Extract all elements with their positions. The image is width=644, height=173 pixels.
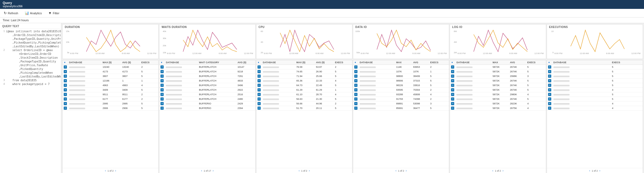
table-filter-icon[interactable]: ▼ <box>257 61 260 64</box>
row-icon-cell[interactable]: ≡ <box>159 79 165 83</box>
table-filter-icon[interactable]: ▼ <box>354 61 356 64</box>
row-icon-cell[interactable]: ≡ <box>256 92 262 97</box>
row-icon-cell[interactable]: ≡ <box>256 79 262 83</box>
row-icon-cell[interactable]: ≡ <box>159 92 165 97</box>
row-icon-cell[interactable]: ≡ <box>353 106 359 111</box>
row-icon-cell[interactable]: ≡ <box>159 69 165 74</box>
row-icon-cell[interactable]: ≡ <box>547 88 552 92</box>
analytics-button[interactable]: 📊 Analytics <box>24 10 43 16</box>
row-icon-cell[interactable]: ≡ <box>450 97 455 101</box>
row-icon-cell[interactable]: ≡ <box>63 101 68 106</box>
row-icon-cell[interactable]: ≡ <box>450 83 455 88</box>
row-icon-cell[interactable]: ≡ <box>63 83 68 88</box>
row-icon-cell[interactable]: ≡ <box>63 65 68 69</box>
next-page-button[interactable]: › <box>115 169 116 172</box>
row-icon-cell[interactable]: ≡ <box>159 88 165 92</box>
filter-button[interactable]: ▼ Filter <box>47 10 60 16</box>
row-icon-cell[interactable]: ≡ <box>547 65 552 69</box>
prev-page-button[interactable]: ‹ <box>492 169 493 172</box>
row-icon-cell[interactable]: ≡ <box>256 69 262 74</box>
row-icon-cell[interactable]: ≡ <box>353 69 359 74</box>
table-filter-icon[interactable]: ▼ <box>160 61 163 64</box>
analytics-label: Analytics <box>30 12 42 15</box>
row-icon-cell[interactable]: ≡ <box>63 97 68 101</box>
row-icon-cell[interactable]: ≡ <box>256 65 262 69</box>
row-icon-cell[interactable]: ≡ <box>450 69 455 74</box>
row-icon-cell[interactable]: ≡ <box>547 92 552 97</box>
category-cell: BUFFERLATCH <box>198 65 237 69</box>
row-icon-cell[interactable]: ≡ <box>450 88 455 92</box>
row-icon-cell[interactable]: ≡ <box>547 69 552 74</box>
row-icon-cell[interactable]: ≡ <box>159 106 165 111</box>
table-filter-icon[interactable]: ▼ <box>64 61 66 64</box>
row-icon-cell[interactable]: ≡ <box>547 101 552 106</box>
row-icon-cell[interactable]: ≡ <box>256 83 262 88</box>
avg-cell: 26.90 <box>315 69 334 74</box>
prev-page-button[interactable]: ‹ <box>396 169 396 172</box>
row-icon-cell[interactable]: ≡ <box>159 74 165 79</box>
row-icon-cell[interactable]: ≡ <box>547 83 552 88</box>
line-code: ,LastEditedBy,LastEditedWhen <box>6 75 61 79</box>
next-page-button[interactable]: › <box>213 169 213 172</box>
refresh-button[interactable]: ↻ Refresh <box>3 10 19 16</box>
avg-cell: 2922 <box>237 88 255 92</box>
row-icon-cell[interactable]: ≡ <box>63 69 68 74</box>
row-icon-cell[interactable]: ≡ <box>63 79 68 83</box>
table-row: ≡65.3622.334 <box>256 79 352 83</box>
row-icon-cell[interactable]: ≡ <box>353 83 359 88</box>
table-row: ≡5872K2980K4 <box>450 92 546 97</box>
row-icon-cell[interactable]: ≡ <box>450 101 455 106</box>
row-icon-cell[interactable]: ≡ <box>256 88 262 92</box>
x-label: 12:00 PM <box>438 52 447 55</box>
row-icon-cell[interactable]: ≡ <box>547 97 552 101</box>
row-icon-cell[interactable]: ≡ <box>159 97 165 101</box>
row-icon-cell[interactable]: ≡ <box>450 65 455 69</box>
x-axis: 8:00 PM12:00 AM6:00 AM12:00 PM <box>167 52 253 55</box>
row-icon-cell[interactable]: ≡ <box>547 79 552 83</box>
row-icon-cell[interactable]: ≡ <box>450 74 455 79</box>
row-icon-cell[interactable]: ≡ <box>547 74 552 79</box>
row-icon-cell[interactable]: ≡ <box>63 92 68 97</box>
prev-page-button[interactable]: ‹ <box>299 169 299 172</box>
query-line: ,PickedQuantity,PickingCompletedWhen <box>1 41 60 45</box>
row-icon-cell[interactable]: ≡ <box>159 101 165 106</box>
table-filter-icon[interactable]: ▼ <box>451 61 453 64</box>
row-icon-cell[interactable]: ≡ <box>159 83 165 88</box>
max-cell: 5872K <box>492 69 509 74</box>
row-icon-cell[interactable]: ≡ <box>63 88 68 92</box>
row-icon-cell[interactable]: ≡ <box>353 74 359 79</box>
db-cell <box>68 92 102 97</box>
row-icon-cell[interactable]: ≡ <box>353 79 359 83</box>
row-icon-cell[interactable]: ≡ <box>159 65 165 69</box>
prev-page-button[interactable]: ‹ <box>105 169 106 172</box>
row-icon-cell[interactable]: ≡ <box>353 65 359 69</box>
row-icon-cell[interactable]: ≡ <box>353 101 359 106</box>
next-page-button[interactable]: › <box>406 169 406 172</box>
row-icon-cell[interactable]: ≡ <box>256 97 262 101</box>
bar-background <box>553 98 570 100</box>
table-filter-icon[interactable]: ▼ <box>548 61 550 64</box>
row-icon-cell[interactable]: ≡ <box>353 88 359 92</box>
row-icon-cell[interactable]: ≡ <box>353 97 359 101</box>
row-icon-cell[interactable]: ≡ <box>256 74 262 79</box>
row-icon-cell[interactable]: ≡ <box>256 101 262 106</box>
x-label: 12:00 PM <box>534 52 543 55</box>
row-icon-cell[interactable]: ≡ <box>353 92 359 97</box>
x-label: 12:00 AM <box>580 52 589 55</box>
prev-page-button[interactable]: ‹ <box>589 169 590 172</box>
execs-cell: 4 <box>429 92 449 97</box>
row-icon-cell[interactable]: ≡ <box>63 106 68 111</box>
row-icon-cell[interactable]: ≡ <box>450 79 455 83</box>
next-page-button[interactable]: › <box>309 169 310 172</box>
line-number: 2 <box>1 48 5 52</box>
prev-page-button[interactable]: ‹ <box>201 169 202 172</box>
row-icon-cell[interactable]: ≡ <box>450 92 455 97</box>
row-icon-cell[interactable]: ≡ <box>547 106 552 111</box>
row-icon-cell[interactable]: ≡ <box>256 106 262 111</box>
svg-wrapper <box>70 30 156 52</box>
next-page-button[interactable]: › <box>503 169 503 172</box>
next-page-button[interactable]: › <box>599 169 600 172</box>
row-icon-cell[interactable]: ≡ <box>450 106 455 111</box>
db-icon: ≡ <box>451 75 454 78</box>
row-icon-cell[interactable]: ≡ <box>63 74 68 79</box>
